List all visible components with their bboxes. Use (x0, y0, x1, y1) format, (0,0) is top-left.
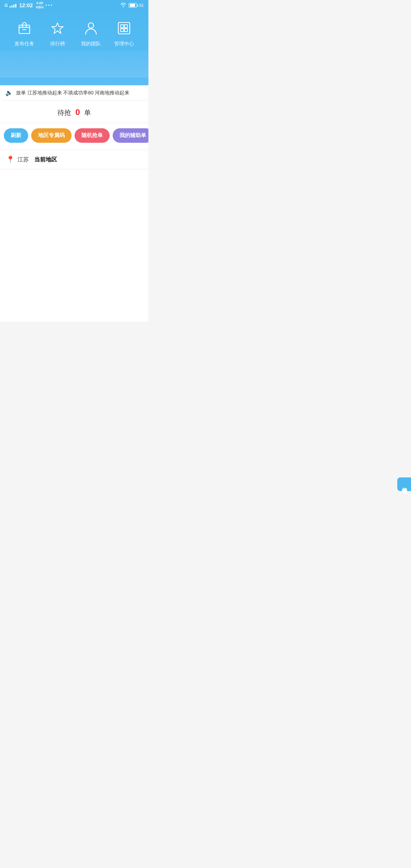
speed-display: 0.00KB/s (36, 1, 44, 10)
nav-label-manage: 管理中心 (114, 40, 134, 47)
nav-label-publish: 发布任务 (14, 40, 34, 47)
more-icon[interactable]: ··· (45, 2, 53, 10)
svg-rect-4 (121, 25, 124, 28)
random-grab-button[interactable]: 随机抢单 (75, 128, 110, 143)
wait-suffix: 单 (84, 109, 91, 116)
region-code-button[interactable]: 地区专属码 (31, 128, 72, 143)
wait-prefix: 待抢 (57, 109, 71, 116)
announcement-bar: 🔈 放单 江苏地推动起来 不填成功率80 河南地推动起来 (0, 85, 148, 101)
wait-count: 0 (75, 107, 80, 117)
region-label: 当前地区 (34, 156, 57, 163)
refresh-button[interactable]: 刷新 (4, 128, 28, 143)
speaker-icon: 🔈 (5, 89, 13, 96)
status-left: G 12:02 0.00KB/s ··· (5, 1, 53, 10)
nav-label-ranking: 排行榜 (50, 40, 65, 47)
nav-item-publish[interactable]: 发布任务 (14, 18, 34, 47)
grid-icon (114, 18, 134, 38)
nav-label-team: 我的团队 (81, 40, 101, 47)
network-type: G (5, 3, 8, 8)
region-bar: 📍 江苏 当前地区 (0, 150, 148, 169)
status-right: 91 (120, 3, 144, 8)
nav-item-ranking[interactable]: 排行榜 (48, 18, 67, 47)
action-buttons: 刷新 地区专属码 随机抢单 我的辅助单 (0, 123, 148, 150)
battery-level: 91 (139, 3, 144, 8)
svg-rect-6 (121, 29, 124, 32)
star-icon (48, 18, 67, 38)
person-icon (81, 18, 101, 38)
wait-section: 待抢 0 单 (0, 101, 148, 123)
svg-point-2 (88, 23, 94, 28)
region-name: 江苏 (18, 156, 29, 163)
announcement-text: 放单 江苏地推动起来 不填成功率80 河南地推动起来 (16, 89, 129, 96)
marquee-container: 放单 江苏地推动起来 不填成功率80 河南地推动起来 (16, 89, 129, 96)
signal-icon (10, 3, 16, 8)
my-assist-button[interactable]: 我的辅助单 (113, 128, 148, 143)
status-bar: G 12:02 0.00KB/s ··· 91 (0, 0, 148, 11)
battery-icon (129, 3, 137, 8)
svg-rect-3 (118, 22, 130, 34)
header-spacer (0, 51, 148, 78)
svg-rect-5 (124, 25, 127, 28)
nav-icons: 发布任务 排行榜 我的团队 (0, 14, 148, 51)
nav-item-manage[interactable]: 管理中心 (114, 18, 134, 47)
header: 发布任务 排行榜 我的团队 (0, 11, 148, 85)
wifi-icon (120, 3, 126, 8)
location-icon: 📍 (6, 155, 14, 164)
box-icon (14, 18, 34, 38)
time: 12:02 (19, 2, 33, 8)
main-content (0, 169, 148, 322)
svg-marker-1 (52, 23, 63, 34)
svg-rect-7 (124, 29, 127, 32)
nav-item-team[interactable]: 我的团队 (81, 18, 101, 47)
